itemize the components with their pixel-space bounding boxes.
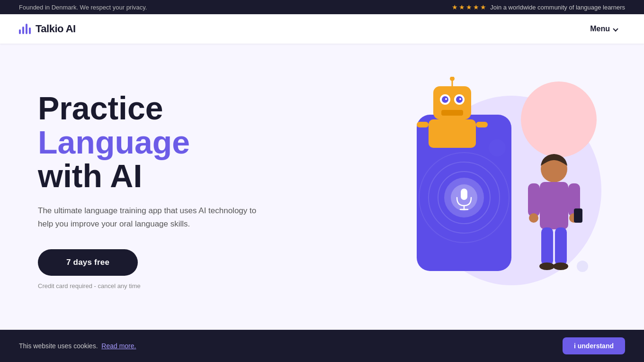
banner-right-text: Join a worldwide community of language l… (490, 4, 625, 11)
cookie-banner: This website uses cookies. Read more. i … (0, 330, 644, 362)
robot-antenna-ball (450, 77, 455, 81)
logo-bar-2 (22, 27, 24, 34)
menu-button[interactable]: Menu (582, 21, 625, 37)
hero-title-language: Language (38, 124, 190, 160)
logo-bar-4 (29, 27, 31, 34)
logo-text: Talkio AI (36, 23, 76, 35)
star-rating: ★ ★ ★ ★ ★ (452, 3, 486, 11)
robot-arm-right (476, 122, 488, 127)
navbar: Talkio AI Menu (0, 14, 644, 44)
star-2: ★ (459, 3, 465, 11)
person-foot-right (553, 262, 568, 270)
person-hand-left (529, 213, 538, 223)
cta-subtext: Credit card required - cancel any time (38, 282, 303, 290)
robot-body (429, 119, 476, 148)
hero-title-part1: Practice (38, 90, 163, 126)
robot-pupil-right (459, 98, 461, 100)
understand-button[interactable]: i understand (563, 337, 625, 354)
robot-arm-left (417, 122, 429, 127)
cta-button[interactable]: 7 days free (38, 249, 138, 276)
logo-container: Talkio AI (19, 23, 76, 35)
banner-right: ★ ★ ★ ★ ★ Join a worldwide community of … (452, 3, 625, 11)
person-phone (574, 208, 582, 223)
star-1: ★ (452, 3, 458, 11)
cookie-message: This website uses cookies. (19, 342, 98, 350)
person-torso (540, 182, 568, 229)
mic-body (461, 189, 467, 200)
star-5: ★ (480, 3, 486, 11)
robot-eye-right-iris (456, 96, 463, 103)
person-leg-left (541, 227, 553, 265)
hero-subtitle: The ultimate language training app that … (38, 204, 265, 230)
cookie-read-more-link[interactable]: Read more. (101, 342, 136, 350)
hero-title-part3: with AI (38, 158, 142, 194)
logo-bar-3 (26, 24, 27, 34)
logo-icon (19, 24, 31, 34)
illustration-svg (360, 77, 606, 304)
cookie-text: This website uses cookies. Read more. (19, 342, 136, 350)
person-leg-right (555, 227, 567, 265)
robot-mouth (441, 110, 463, 116)
deco-circle-1 (489, 139, 506, 156)
blob-pink (521, 81, 597, 157)
hero-content: Practice Language with AI The ultimate l… (38, 91, 303, 290)
person-foot-left (539, 262, 555, 270)
hero-illustration (360, 77, 606, 304)
star-3: ★ (466, 3, 472, 11)
star-4: ★ (473, 3, 479, 11)
chevron-down-icon (613, 26, 618, 31)
hero-section: Practice Language with AI The ultimate l… (0, 44, 644, 337)
robot-eye-left-iris (442, 96, 448, 103)
banner-left-text: Founded in Denmark. We respect your priv… (19, 4, 147, 11)
cta-wrapper: 7 days free Credit card required - cance… (38, 249, 303, 290)
person-arm-left (528, 183, 540, 217)
logo-bar-1 (19, 29, 21, 34)
deco-circle-2 (577, 261, 588, 272)
menu-label: Menu (590, 25, 610, 33)
robot-pupil-left (445, 98, 447, 100)
top-banner: Founded in Denmark. We respect your priv… (0, 0, 644, 14)
hero-title: Practice Language with AI (38, 91, 303, 193)
